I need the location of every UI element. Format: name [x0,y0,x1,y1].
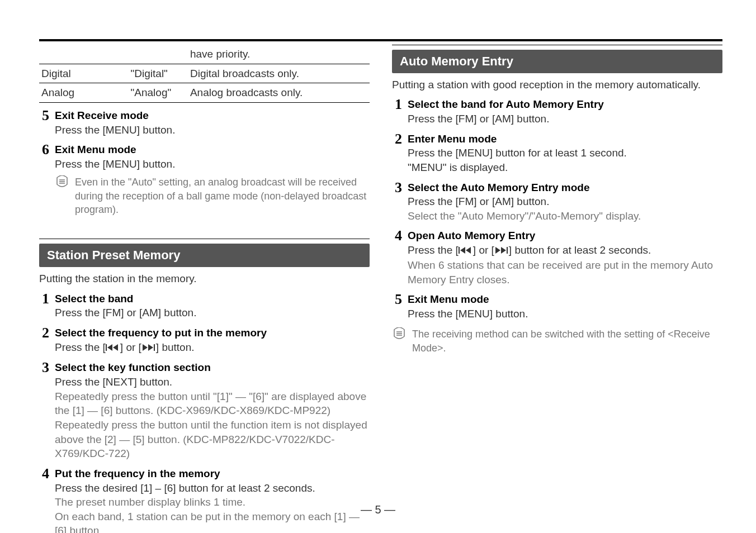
section-preset: Station Preset Memory [39,239,370,267]
step-line: Press the [] or [] button. [55,340,370,355]
auto-step-1: 1 Select the band for Auto Memory Entry … [392,97,722,126]
text-frag: ] or [ [473,244,494,256]
section-title-bar: Station Preset Memory [39,244,370,267]
cell: Digital broadcasts only. [188,64,370,83]
cell: Analog [39,83,129,103]
step-number: 5 [392,292,402,321]
step-heading: Put the frequency in the memory [55,467,370,481]
step-heading: Exit Menu mode [55,142,370,157]
page-number: — 5 — [0,503,756,516]
step-line: Press the desired [1] – [6] button for a… [55,481,370,496]
track-prev-icon [459,244,473,258]
step-number: 2 [39,326,49,355]
step-line: Repeatedly press the button until "[1]" … [55,389,370,418]
step-line: Press the [FM] or [AM] button. [55,306,370,320]
svg-rect-8 [154,344,155,351]
track-next-icon [141,341,156,355]
step-heading: Select the key function section [55,360,370,375]
table-row: have priority. [39,45,370,64]
note-text: Even in the "Auto" setting, an analog br… [75,175,370,216]
text-frag: Press the [ [408,244,459,256]
step-line: Press the [FM] or [AM] button. [408,194,722,209]
auto-step-5: 5 Exit Menu mode Press the [MENU] button… [392,292,722,321]
step-line: Press the [MENU] button for at least 1 s… [408,146,722,160]
auto-step-2: 2 Enter Menu mode Press the [MENU] butto… [392,132,722,175]
step-number: 2 [392,132,402,175]
cell: "Digital" [129,64,188,83]
preset-step-3: 3 Select the key function section Press … [39,360,370,460]
cell: Analog broadcasts only. [188,83,370,103]
cell: Digital [39,64,129,83]
cell [39,45,129,64]
step-line: When 6 stations that can be received are… [408,258,722,287]
svg-marker-6 [143,344,148,351]
table-row: Analog "Analog" Analog broadcasts only. [39,83,370,103]
section-rule [392,45,722,45]
step-5: 5 Exit Receive mode Press the [MENU] but… [39,108,370,137]
left-column: have priority. Digital "Digital" Digital… [39,45,370,533]
step-number: 1 [392,97,402,126]
step-number: 5 [39,108,49,137]
manual-page: have priority. Digital "Digital" Digital… [0,0,756,533]
section-rule [39,239,370,239]
track-next-icon [494,244,509,258]
text-frag: ] button. [156,341,195,353]
section-title-bar: Auto Memory Entry [392,50,722,73]
cell [129,45,188,64]
cell: have priority. [188,45,370,64]
step-6: 6 Exit Menu mode Press the [MENU] button… [39,142,370,171]
note-block: Even in the "Auto" setting, an analog br… [39,175,370,216]
auto-step-4: 4 Open Auto Memory Entry Press the [] or… [392,229,722,287]
step-number: 6 [39,142,49,171]
step-heading: Select the frequency to put in the memor… [55,326,370,340]
step-line: Select the "Auto Memory"/"Auto-Memory" d… [408,209,722,223]
preset-step-1: 1 Select the band Press the [FM] or [AM]… [39,292,370,320]
svg-marker-7 [148,344,153,351]
note-block: The receiving method can be switched wit… [392,327,722,355]
svg-rect-9 [459,247,460,254]
svg-marker-13 [501,247,506,254]
step-number: 3 [39,360,49,460]
step-line: Press the [MENU] button. [55,123,370,137]
top-rule [39,39,722,41]
auto-step-3: 3 Select the Auto Memory Entry mode Pres… [392,180,722,223]
step-heading: Open Auto Memory Entry [408,229,722,243]
step-line: Press the [FM] or [AM] button. [408,112,722,126]
svg-marker-10 [460,247,465,254]
section-intro: Putting the station in the memory. [39,272,370,286]
section-intro: Putting a station with good reception in… [392,78,722,92]
step-line: Press the [MENU] button. [408,307,722,321]
table-row: Digital "Digital" Digital broadcasts onl… [39,64,370,83]
step-number: 1 [39,292,49,320]
step-heading: Enter Menu mode [408,132,722,146]
note-icon [392,327,407,355]
step-heading: Select the Auto Memory Entry mode [408,180,722,195]
step-heading: Exit Menu mode [408,292,722,307]
svg-marker-4 [107,344,112,351]
text-frag: ] button for at least 2 seconds. [509,244,651,256]
track-prev-icon [106,341,120,355]
text-frag: Press the [ [55,341,106,353]
step-line: Repeatedly press the button until the fu… [55,418,370,461]
svg-marker-12 [495,247,500,254]
step-line: Press the [] or [] button for at least 2… [408,243,722,258]
step-heading: Exit Receive mode [55,108,370,123]
section-auto: Auto Memory Entry [392,45,722,73]
preset-step-4: 4 Put the frequency in the memory Press … [39,467,370,533]
svg-marker-11 [466,247,471,254]
svg-rect-3 [106,344,107,351]
text-frag: ] or [ [120,341,141,353]
svg-marker-5 [113,344,118,351]
cell: "Analog" [129,83,188,103]
right-column: Auto Memory Entry Putting a station with… [392,45,722,533]
step-number: 4 [39,467,49,533]
step-number: 3 [392,180,402,223]
step-number: 4 [392,229,402,287]
step-heading: Select the band for Auto Memory Entry [408,97,722,112]
two-column-layout: have priority. Digital "Digital" Digital… [39,45,722,533]
step-line: Press the [MENU] button. [55,157,370,172]
step-line: Press the [NEXT] button. [55,375,370,389]
note-icon [55,175,69,216]
preset-step-2: 2 Select the frequency to put in the mem… [39,326,370,355]
svg-rect-14 [507,247,508,254]
